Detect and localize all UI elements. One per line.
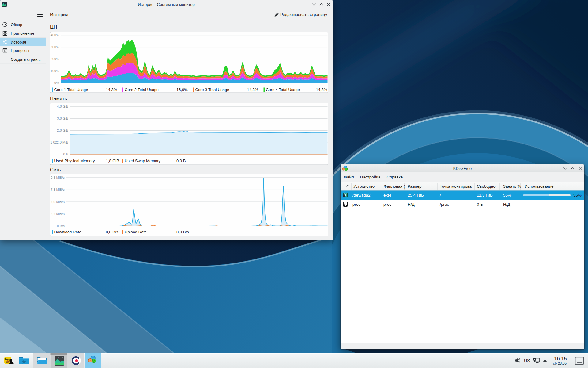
svg-text:Память: Память <box>50 96 67 101</box>
svg-text:Н/Д: Н/Д <box>503 202 510 207</box>
svg-text:0,0 B/s: 0,0 B/s <box>106 230 119 234</box>
svg-text:/dev/sda2: /dev/sda2 <box>352 193 371 197</box>
svg-text:Размер: Размер <box>408 184 421 189</box>
svg-text:25,4 ГиБ: 25,4 ГиБ <box>408 193 424 197</box>
svg-text:Обзор: Обзор <box>11 22 22 27</box>
svg-text:ext4: ext4 <box>383 193 391 197</box>
svg-text:Устройство: Устройство <box>353 184 375 189</box>
svg-text:16,0%: 16,0% <box>176 87 188 92</box>
svg-text:9,8 MiB/s: 9,8 MiB/s <box>51 176 65 179</box>
svg-text:11,3 ГиБ: 11,3 ГиБ <box>477 193 493 197</box>
svg-text:Core 2 Total Usage: Core 2 Total Usage <box>125 87 159 92</box>
svg-text:1,8 GiB: 1,8 GiB <box>106 159 119 163</box>
svg-text:0,0 B/s: 0,0 B/s <box>176 230 189 234</box>
svg-text:Used Physical Memory: Used Physical Memory <box>54 159 95 163</box>
svg-text:proc: proc <box>352 202 361 207</box>
svg-text:История: История <box>11 40 26 44</box>
svg-text:2,4 MiB/s: 2,4 MiB/s <box>51 212 65 216</box>
svg-text:100%: 100% <box>51 69 59 73</box>
svg-text:400%: 400% <box>51 33 59 37</box>
svg-text:55%: 55% <box>573 193 582 197</box>
svg-text:История - Системный монитор: История - Системный монитор <box>138 2 194 7</box>
svg-text:Точка монтирова: Точка монтирова <box>440 184 472 189</box>
svg-text:1 022,0 MiB: 1 022,0 MiB <box>50 140 68 144</box>
svg-text:KDiskFree: KDiskFree <box>453 166 472 171</box>
svg-text:Download Rate: Download Rate <box>54 230 81 234</box>
svg-text:Справка: Справка <box>387 175 403 179</box>
svg-text:4,9 MiB/s: 4,9 MiB/s <box>51 200 65 204</box>
svg-text:Файл: Файл <box>344 175 354 179</box>
svg-text:ЦП: ЦП <box>50 24 57 29</box>
svg-text:Процессы: Процессы <box>11 48 29 53</box>
svg-text:14,3%: 14,3% <box>106 87 117 92</box>
svg-text:2,0 GiB: 2,0 GiB <box>57 128 68 132</box>
svg-text:/proc: /proc <box>440 202 449 207</box>
svg-text:0 B/s: 0 B/s <box>57 224 65 228</box>
svg-text:14,3%: 14,3% <box>247 87 258 92</box>
svg-text:История: История <box>50 12 68 17</box>
svg-text:сб 28.05: сб 28.05 <box>553 362 567 365</box>
svg-text:US: US <box>524 358 530 363</box>
svg-text:Used Swap Memory: Used Swap Memory <box>125 159 161 163</box>
svg-text:0 Б: 0 Б <box>477 202 483 207</box>
svg-text:4,0 GiB: 4,0 GiB <box>57 105 68 108</box>
svg-text:Приложения: Приложения <box>11 31 34 36</box>
svg-text:alt: alt <box>6 360 9 363</box>
svg-text:300%: 300% <box>51 45 59 49</box>
svg-text:Занято %: Занято % <box>503 184 521 189</box>
svg-text:Настройка: Настройка <box>360 175 381 179</box>
svg-text:0%: 0% <box>54 81 59 85</box>
svg-text:Свободно: Свободно <box>477 184 496 189</box>
svg-text:0 B: 0 B <box>63 152 68 156</box>
svg-text:Core 4 Total Usage: Core 4 Total Usage <box>266 87 300 92</box>
svg-text:Создать стран...: Создать стран... <box>11 57 41 62</box>
svg-text:55%: 55% <box>503 193 511 197</box>
svg-text:/: / <box>440 193 441 197</box>
svg-text:Core 3 Total Usage: Core 3 Total Usage <box>195 87 229 92</box>
svg-text:Сеть: Сеть <box>50 167 61 172</box>
svg-text:16:15: 16:15 <box>554 356 567 361</box>
svg-text:14,3%: 14,3% <box>316 87 327 92</box>
svg-text:Н/Д: Н/Д <box>408 202 415 207</box>
svg-text:0,0 B: 0,0 B <box>176 159 186 163</box>
svg-text:3,0 GiB: 3,0 GiB <box>57 117 68 120</box>
svg-text:Использование: Использование <box>525 184 553 189</box>
svg-text:Core 1 Total Usage: Core 1 Total Usage <box>54 87 88 92</box>
svg-text:proc: proc <box>383 202 392 207</box>
svg-text:Редактировать страницу: Редактировать страницу <box>280 12 327 17</box>
svg-text:Файловая (: Файловая ( <box>384 184 405 189</box>
svg-text:7,3 MiB/s: 7,3 MiB/s <box>51 188 65 191</box>
svg-text:200%: 200% <box>51 57 59 61</box>
svg-text:Upload Rate: Upload Rate <box>125 230 147 234</box>
